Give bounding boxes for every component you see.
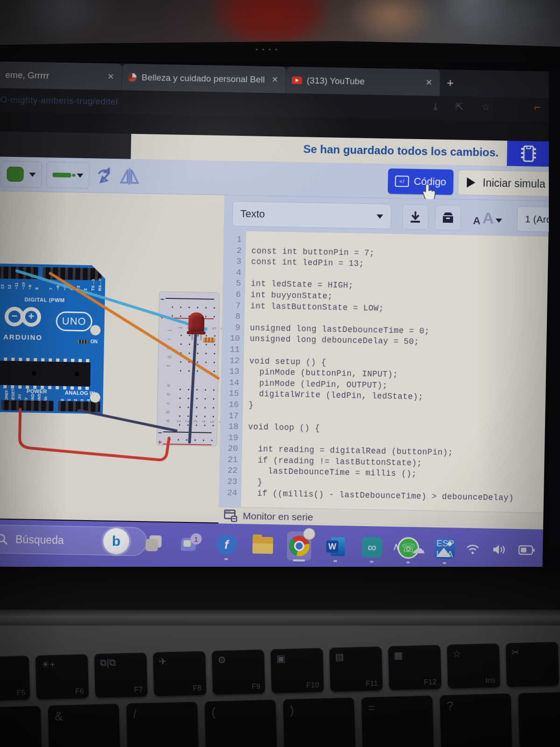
- line-number: 12: [221, 356, 244, 367]
- wire-navy-vertical[interactable]: [189, 333, 196, 442]
- browser-tab-2[interactable]: Belleza y cuidado personal Bell ✕: [122, 63, 287, 93]
- tab-label: (313) YouTube: [307, 75, 419, 87]
- airplane-icon: ✈: [159, 656, 167, 667]
- key-/: /: [126, 702, 199, 747]
- battery-bar-icon: ▤: [335, 651, 344, 662]
- line-number: 22: [219, 466, 242, 477]
- start-simulation-label: Iniciar simula: [483, 176, 546, 190]
- line-number: 17: [220, 411, 243, 422]
- taskbar-task-view[interactable]: [141, 529, 166, 558]
- key-F12: ▦F12: [388, 645, 441, 690]
- chevron-down-icon: [496, 218, 502, 223]
- wifi-icon[interactable]: [465, 543, 480, 556]
- key-=: =: [361, 696, 434, 747]
- share-icon[interactable]: ⇱: [455, 101, 464, 112]
- board-selector-value: 1 (Ard: [525, 213, 552, 225]
- taskbar-word[interactable]: W: [323, 532, 348, 561]
- key-symbol: (: [211, 705, 216, 719]
- laptop-screen: eme, Grrrrr ✕ Belleza y cuidado personal…: [0, 62, 560, 567]
- edit-mode-value: Texto: [240, 208, 265, 220]
- download-code-button[interactable]: [402, 204, 429, 230]
- calculator-icon: ▦: [394, 649, 403, 661]
- line-number: 7: [222, 301, 245, 312]
- line-number: 20: [220, 444, 242, 455]
- key-F5: ☀−F5: [0, 655, 30, 701]
- serial-monitor-label: Monitor en serie: [243, 510, 313, 523]
- wire-style-preview: [52, 173, 71, 178]
- browser-tab-3[interactable]: (313) YouTube ✕: [286, 67, 441, 96]
- close-icon[interactable]: ✕: [105, 71, 116, 83]
- chat-notification-badge: 1: [190, 533, 202, 544]
- mirror-flip-button[interactable]: [119, 166, 140, 187]
- bookmark-star-icon[interactable]: ☆: [481, 101, 490, 113]
- line-number: 15: [221, 389, 243, 400]
- key-F11: ▤F11: [329, 647, 383, 692]
- line-number: 4: [223, 268, 245, 279]
- tray-chevron-up-icon[interactable]: ∧: [392, 541, 400, 553]
- led-base: [187, 331, 205, 335]
- resistor[interactable]: [203, 338, 215, 343]
- edit-mode-select[interactable]: Texto: [232, 201, 392, 229]
- key-%: %: [0, 706, 42, 747]
- rotate-button[interactable]: [94, 165, 115, 186]
- webcam-icon: [256, 49, 288, 51]
- close-icon[interactable]: ✕: [270, 74, 280, 85]
- key-label: F7: [134, 685, 143, 694]
- search-placeholder: Búsqueda: [15, 533, 64, 547]
- taskbar-samsung-flow[interactable]: f: [214, 530, 239, 559]
- key-F6: ☀+F6: [35, 654, 89, 699]
- taskbar-arduino-ide[interactable]: ∞: [360, 533, 385, 562]
- start-simulation-button[interactable]: Iniciar simula: [458, 169, 550, 197]
- key-): ): [283, 698, 355, 747]
- onedrive-cloud-icon[interactable]: ☁: [411, 540, 426, 557]
- speaker-icon[interactable]: [491, 543, 508, 557]
- extension-icon[interactable]: ⌐: [534, 100, 541, 113]
- archive-drawer-icon: [441, 211, 455, 225]
- key-symbol: &: [55, 709, 63, 723]
- key-F7: ⧉|⧉F7: [94, 653, 147, 698]
- download-icon[interactable]: ⤓: [433, 100, 438, 112]
- browser-tab-1[interactable]: eme, Grrrrr ✕: [0, 62, 122, 90]
- browser-actions: ⤓ ⇱ ☆: [433, 100, 490, 113]
- close-icon[interactable]: ✕: [424, 77, 434, 88]
- key-Ins: ☆Ins: [447, 643, 500, 689]
- line-number: 6: [223, 289, 245, 301]
- url-text: O-mighty-amberis-trug/editel: [0, 94, 118, 107]
- wire-navy-ground[interactable]: [78, 410, 177, 431]
- new-tab-button[interactable]: +: [440, 72, 461, 94]
- battery-icon[interactable]: [518, 545, 535, 556]
- library-button[interactable]: [435, 205, 462, 231]
- code-panel: Texto: [218, 195, 549, 529]
- wire-red-5v[interactable]: [19, 409, 169, 460]
- key-F8: ✈F8: [153, 651, 206, 696]
- serial-monitor-icon: [224, 509, 237, 522]
- language-indicator[interactable]: ESP LAA: [436, 538, 455, 560]
- line-number: 13: [221, 366, 244, 378]
- taskbar-file-explorer[interactable]: [251, 530, 275, 560]
- components-chip-button[interactable]: [507, 141, 550, 167]
- circuit-canvas[interactable]: GND1312~11~10~987~6~54~32TX→1RX←0 DIGITA…: [0, 191, 224, 522]
- key-(: (: [205, 699, 277, 747]
- line-number: 1: [224, 234, 246, 246]
- taskbar-chrome[interactable]: [287, 531, 312, 561]
- line-number: 5: [223, 279, 245, 290]
- line-number: 9: [222, 323, 244, 334]
- key-symbol: /: [133, 707, 137, 721]
- wire-cyan-pin13[interactable]: [16, 271, 207, 329]
- font-size-icon-large: A: [482, 209, 494, 227]
- taskbar-chat[interactable]: 1: [178, 529, 203, 559]
- color-picker-button[interactable]: [0, 161, 42, 188]
- code-button[interactable]: </ Código: [388, 169, 454, 195]
- wire-style-button[interactable]: [46, 162, 90, 189]
- key-label: F12: [424, 677, 437, 686]
- line-number: 16: [220, 400, 243, 411]
- line-number: 18: [220, 422, 243, 433]
- font-size-button[interactable]: A A: [468, 205, 508, 232]
- display-switch-icon: ⧉|⧉: [100, 657, 116, 668]
- key-F10: ▣F10: [271, 648, 324, 693]
- code-editor-text[interactable]: const int buttonPin = 7;const int ledPin…: [241, 231, 549, 513]
- screen-right-bezel: [549, 62, 560, 567]
- red-led[interactable]: [188, 312, 204, 333]
- line-number: 24: [219, 488, 241, 499]
- snip-icon: ✂: [511, 647, 519, 658]
